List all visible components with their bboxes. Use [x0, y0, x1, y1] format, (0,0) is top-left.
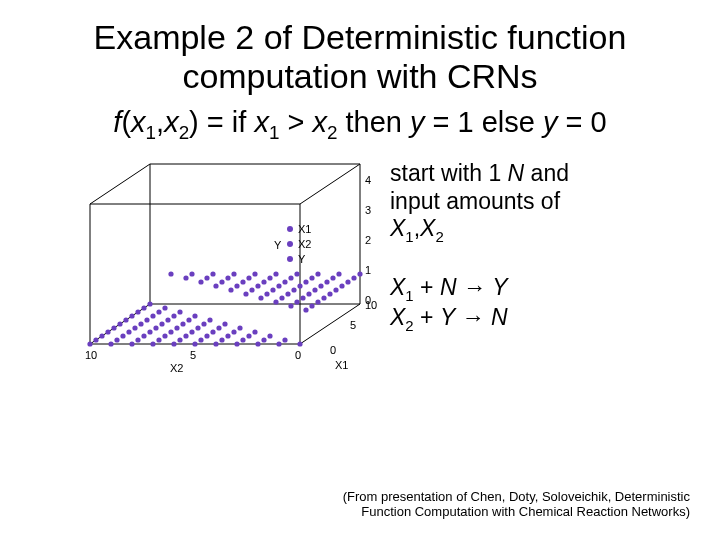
- rxn1-X: X: [390, 274, 405, 300]
- svg-point-86: [297, 283, 302, 288]
- svg-point-106: [351, 275, 356, 280]
- txt-startwith: start with 1: [390, 160, 508, 186]
- svg-point-45: [210, 329, 215, 334]
- svg-point-98: [282, 279, 287, 284]
- reactions: X1 + N → Y X2 + Y → N: [390, 274, 690, 335]
- svg-point-93: [150, 313, 155, 318]
- svg-point-9: [255, 341, 260, 346]
- txt-and: and: [524, 160, 569, 186]
- description: start with 1 N and input amounts of X1,X…: [380, 154, 690, 335]
- x1-tick-5: 5: [350, 319, 356, 331]
- citation-line-2: Function Computation with Chemical React…: [361, 504, 690, 519]
- eq1else: = 1 else: [424, 106, 543, 138]
- svg-point-21: [240, 337, 245, 342]
- rxn1-N: N: [440, 274, 457, 300]
- svg-point-54: [258, 295, 263, 300]
- y-tick-4: 4: [365, 174, 371, 186]
- svg-point-6: [287, 256, 293, 262]
- function-definition: f(x1,x2) = if x1 > x2 then y = 1 else y …: [0, 102, 720, 154]
- svg-point-79: [207, 317, 212, 322]
- svg-point-32: [246, 333, 251, 338]
- open-paren: (: [121, 106, 131, 138]
- x1-var: x: [131, 106, 146, 138]
- svg-point-58: [174, 325, 179, 330]
- svg-point-31: [267, 333, 272, 338]
- eq0: = 0: [557, 106, 606, 138]
- svg-point-83: [123, 317, 128, 322]
- svg-point-23: [198, 337, 203, 342]
- svg-point-111: [246, 275, 251, 280]
- legend-y: Y: [298, 253, 306, 265]
- svg-point-59: [153, 325, 158, 330]
- svg-point-30: [288, 303, 293, 308]
- svg-point-61: [111, 325, 116, 330]
- svg-point-85: [318, 283, 323, 288]
- then: then: [337, 106, 410, 138]
- content-row: 10 5 0 X2 0 5 10 X1 0 1 2 3 4 X1 X2 Y Y: [0, 154, 720, 384]
- svg-point-73: [333, 287, 338, 292]
- x2-tick-5: 5: [190, 349, 196, 361]
- svg-point-113: [204, 275, 209, 280]
- svg-point-50: [105, 329, 110, 334]
- citation: (From presentation of Chen, Doty, Solove…: [300, 490, 690, 520]
- close-eq-if: ) = if: [189, 106, 254, 138]
- y-tick-2: 2: [365, 234, 371, 246]
- svg-point-108: [309, 275, 314, 280]
- rxn2-N: N: [491, 304, 508, 330]
- svg-point-91: [192, 313, 197, 318]
- rxn1-sub: 1: [405, 286, 413, 303]
- svg-point-77: [249, 287, 254, 292]
- svg-point-40: [315, 299, 320, 304]
- txt-input-amounts: input amounts of: [390, 188, 560, 214]
- svg-point-5: [287, 241, 293, 247]
- rxn2-X: X: [390, 304, 405, 330]
- svg-point-96: [324, 279, 329, 284]
- svg-point-53: [279, 295, 284, 300]
- svg-point-65: [264, 291, 269, 296]
- svg-point-7: [297, 341, 302, 346]
- svg-point-121: [273, 271, 278, 276]
- svg-point-29: [309, 303, 314, 308]
- gt: >: [279, 106, 312, 138]
- svg-point-101: [219, 279, 224, 284]
- svg-point-100: [240, 279, 245, 284]
- svg-point-47: [168, 329, 173, 334]
- svg-point-17: [87, 341, 92, 346]
- svg-point-68: [201, 321, 206, 326]
- svg-point-57: [195, 325, 200, 330]
- svg-point-42: [273, 299, 278, 304]
- svg-point-124: [210, 271, 215, 276]
- svg-point-26: [135, 337, 140, 342]
- svg-point-15: [129, 341, 134, 346]
- svg-point-76: [270, 287, 275, 292]
- svg-point-126: [168, 271, 173, 276]
- svg-point-80: [186, 317, 191, 322]
- legend-x1: X1: [298, 223, 311, 235]
- svg-point-55: [237, 325, 242, 330]
- x1-tick-0: 0: [330, 344, 336, 356]
- svg-point-51: [321, 295, 326, 300]
- svg-point-62: [327, 291, 332, 296]
- x2-tick-10: 10: [85, 349, 97, 361]
- svg-point-90: [213, 283, 218, 288]
- svg-point-4: [287, 226, 293, 232]
- rxn1-plus: +: [414, 274, 440, 300]
- svg-point-119: [315, 271, 320, 276]
- svg-point-22: [219, 337, 224, 342]
- title-line-1: Example 2 of Deterministic function: [94, 18, 627, 56]
- plot-legend: X1 X2 Y Y: [274, 223, 311, 265]
- svg-point-103: [177, 309, 182, 314]
- svg-point-33: [225, 333, 230, 338]
- svg-point-39: [99, 333, 104, 338]
- svg-point-97: [303, 279, 308, 284]
- svg-point-84: [339, 283, 344, 288]
- svg-point-44: [231, 329, 236, 334]
- svg-point-123: [231, 271, 236, 276]
- rxn1-Y: Y: [492, 274, 507, 300]
- x1-axis-label: X1: [335, 359, 348, 371]
- svg-point-64: [285, 291, 290, 296]
- svg-point-105: [135, 309, 140, 314]
- x2b-sub: 2: [327, 122, 337, 143]
- y-axis-label: Y: [274, 239, 282, 251]
- svg-point-27: [114, 337, 119, 342]
